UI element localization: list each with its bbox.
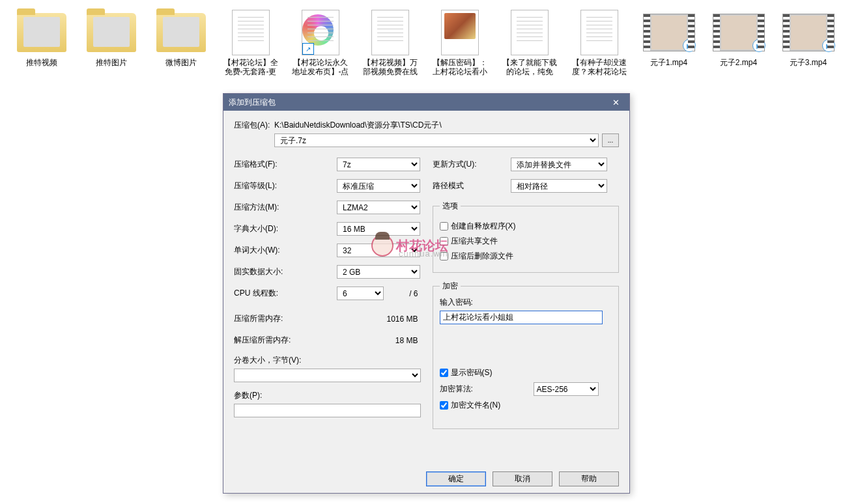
desktop-item-label: 元子1.mp4 bbox=[650, 58, 687, 67]
desktop-item-6[interactable]: 【解压密码】：上村花论坛看小 bbox=[425, 10, 494, 76]
archive-path: K:\BaiduNetdiskDownload\资源分享\TS\CD元子\ bbox=[274, 120, 442, 131]
level-label: 压缩等级(L): bbox=[234, 180, 337, 191]
desktop-item-9[interactable]: ▶元子1.mp4 bbox=[634, 10, 704, 76]
enc-algo-select[interactable]: AES-256 bbox=[534, 382, 599, 396]
folder-icon bbox=[16, 10, 68, 55]
desktop-item-0[interactable]: 推特视频 bbox=[7, 10, 76, 76]
right-column: 更新方式(U): 添加并替换文件 路径模式 相对路径 选项 创建自释放程序(X) bbox=[433, 158, 620, 465]
sfx-label: 创建自释放程序(X) bbox=[451, 221, 516, 232]
url-shortcut-icon: ↗ bbox=[294, 10, 347, 55]
compress-dialog: 添加到压缩包 ✕ 压缩包(A): K:\BaiduNetdiskDownload… bbox=[223, 93, 630, 494]
encryption-legend: 加密 bbox=[440, 281, 461, 292]
cpu-max: / 6 bbox=[384, 289, 421, 298]
update-select[interactable]: 添加并替换文件 bbox=[511, 158, 607, 171]
text-file-icon bbox=[504, 10, 556, 55]
encryption-fieldset: 加密 输入密码: 显示密码(S) 加密算法: AES-256 bbox=[433, 281, 620, 429]
params-label: 参数(P): bbox=[234, 391, 262, 400]
split-select[interactable] bbox=[234, 369, 421, 382]
encrypt-names-label: 加密文件名(N) bbox=[451, 400, 501, 411]
desktop-item-8[interactable]: 【有种子却没速度？来村花论坛 bbox=[564, 10, 634, 76]
video-file-icon: ▶ bbox=[643, 10, 695, 55]
help-button[interactable]: 帮助 bbox=[559, 471, 619, 486]
desktop-item-7[interactable]: 【来了就能下载的论坛，纯免 bbox=[494, 10, 564, 76]
desktop-item-label: 【村花论坛】全免费-无套路-更 bbox=[220, 58, 281, 76]
archive-name-select[interactable]: 元子.7z bbox=[274, 133, 599, 147]
enc-algo-label: 加密算法: bbox=[440, 384, 531, 395]
dict-label: 字典大小(D): bbox=[234, 223, 337, 234]
delete-label: 压缩后删除源文件 bbox=[451, 251, 513, 262]
text-file-icon bbox=[364, 10, 416, 55]
dialog-title: 添加到压缩包 bbox=[229, 97, 607, 108]
desktop-item-label: 【有种子却没速度？来村花论坛 bbox=[568, 58, 630, 76]
desktop-item-label: 元子3.mp4 bbox=[790, 58, 827, 67]
format-label: 压缩格式(F): bbox=[234, 159, 337, 170]
sfx-checkbox[interactable] bbox=[440, 222, 448, 231]
desktop-item-label: 【来了就能下载的论坛，纯免 bbox=[498, 58, 560, 76]
desktop-item-4[interactable]: ↗【村花论坛永久地址发布页】-点 bbox=[285, 10, 355, 76]
path-select[interactable]: 相对路径 bbox=[511, 179, 607, 193]
desktop-item-label: 推特视频 bbox=[26, 58, 57, 67]
desktop-item-5[interactable]: 【村花视频】万部视频免费在线 bbox=[355, 10, 425, 76]
desktop-item-label: 推特图片 bbox=[96, 58, 127, 67]
paint-file-icon bbox=[434, 10, 486, 55]
ok-button[interactable]: 确定 bbox=[426, 471, 486, 486]
params-input[interactable] bbox=[234, 404, 421, 417]
desktop-item-label: 微博图片 bbox=[165, 58, 197, 67]
left-column: 压缩格式(F): 7z 压缩等级(L): 标准压缩 压缩方法(M): LZMA2… bbox=[234, 158, 421, 465]
method-label: 压缩方法(M): bbox=[234, 202, 337, 213]
options-fieldset: 选项 创建自释放程序(X) 压缩共享文件 压缩后删除源文件 bbox=[433, 201, 620, 273]
password-label: 输入密码: bbox=[440, 298, 473, 307]
desktop-item-label: 元子2.mp4 bbox=[720, 58, 757, 67]
show-password-checkbox[interactable] bbox=[440, 369, 448, 377]
desktop-item-label: 【村花论坛永久地址发布页】-点 bbox=[289, 58, 351, 76]
format-select[interactable]: 7z bbox=[337, 158, 420, 171]
titlebar[interactable]: 添加到压缩包 ✕ bbox=[223, 94, 629, 111]
update-label: 更新方式(U): bbox=[433, 159, 511, 170]
mem-decomp-label: 解压缩所需内存: bbox=[234, 335, 337, 346]
method-select[interactable]: LZMA2 bbox=[337, 201, 420, 214]
desktop-item-label: 【解压密码】：上村花论坛看小 bbox=[429, 58, 491, 76]
desktop-item-1[interactable]: 推特图片 bbox=[76, 10, 146, 76]
text-file-icon bbox=[573, 10, 625, 55]
desktop-item-label: 【村花视频】万部视频免费在线 bbox=[359, 58, 421, 76]
mem-decomp-value: 18 MB bbox=[337, 336, 421, 345]
cpu-select[interactable]: 6 bbox=[337, 287, 384, 300]
dict-select[interactable]: 16 MB bbox=[337, 222, 420, 236]
desktop-item-10[interactable]: ▶元子2.mp4 bbox=[704, 10, 773, 76]
word-select[interactable]: 32 bbox=[337, 244, 420, 257]
cancel-button[interactable]: 取消 bbox=[493, 471, 552, 486]
options-legend: 选项 bbox=[440, 201, 461, 212]
close-button[interactable]: ✕ bbox=[607, 96, 624, 109]
video-file-icon: ▶ bbox=[713, 10, 765, 55]
shared-checkbox[interactable] bbox=[440, 237, 448, 245]
show-password-label: 显示密码(S) bbox=[451, 367, 493, 378]
archive-label: 压缩包(A): bbox=[234, 120, 270, 131]
text-file-icon bbox=[225, 10, 277, 55]
mem-comp-label: 压缩所需内存: bbox=[234, 313, 337, 324]
desktop-item-3[interactable]: 【村花论坛】全免费-无套路-更 bbox=[216, 10, 285, 76]
split-label: 分卷大小，字节(V): bbox=[234, 356, 301, 365]
solid-select[interactable]: 2 GB bbox=[337, 265, 420, 279]
cpu-label: CPU 线程数: bbox=[234, 288, 337, 299]
folder-icon bbox=[155, 10, 207, 55]
path-label: 路径模式 bbox=[433, 180, 511, 191]
desktop-item-11[interactable]: ▶元子3.mp4 bbox=[773, 10, 843, 76]
browse-button[interactable]: ... bbox=[602, 133, 619, 147]
desktop-area: 推特视频推特图片微博图片【村花论坛】全免费-无套路-更↗【村花论坛永久地址发布页… bbox=[0, 0, 858, 86]
password-input[interactable] bbox=[440, 311, 603, 324]
desktop-item-2[interactable]: 微博图片 bbox=[146, 10, 216, 76]
button-bar: 确定 取消 帮助 bbox=[234, 465, 619, 486]
video-file-icon: ▶ bbox=[782, 10, 835, 55]
delete-checkbox[interactable] bbox=[440, 252, 448, 260]
encrypt-names-checkbox[interactable] bbox=[440, 401, 448, 410]
solid-label: 固实数据大小: bbox=[234, 266, 337, 277]
word-label: 单词大小(W): bbox=[234, 245, 337, 256]
level-select[interactable]: 标准压缩 bbox=[337, 179, 420, 193]
dialog-body: 压缩包(A): K:\BaiduNetdiskDownload\资源分享\TS\… bbox=[223, 111, 629, 493]
mem-comp-value: 1016 MB bbox=[337, 315, 421, 324]
shared-label: 压缩共享文件 bbox=[451, 236, 498, 247]
folder-icon bbox=[85, 10, 137, 55]
